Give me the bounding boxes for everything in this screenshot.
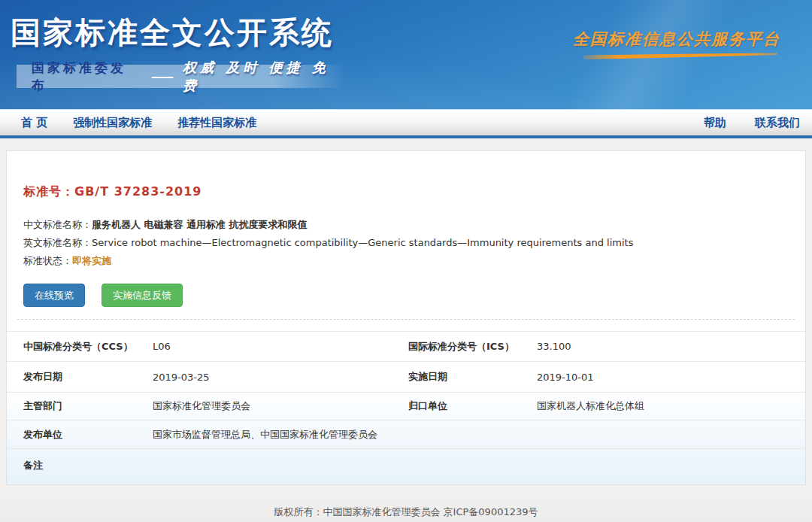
standard-fields: 中文标准名称：服务机器人 电磁兼容 通用标准 抗扰度要求和限值 英文标准名称：S…	[23, 220, 805, 266]
en-name-value: Service robot machine—Electromagnetic co…	[92, 237, 633, 248]
dashed-divider	[17, 319, 795, 320]
cn-name-label: 中文标准名称：	[23, 219, 92, 230]
en-name-label: 英文标准名称：	[23, 237, 92, 248]
publisher-text: 国家标准委发布	[32, 59, 141, 94]
ccs-label: 中国标准分类号（CCS）	[23, 340, 153, 354]
main-content: 标准号：GB/T 37283-2019 中文标准名称：服务机器人 电磁兼容 通用…	[0, 150, 812, 485]
nav-mandatory-standards[interactable]: 强制性国家标准	[73, 116, 152, 130]
table-row-classification: 中国标准分类号（CCS） L06 国际标准分类号（ICS） 33.100	[7, 331, 805, 361]
table-row-dates: 发布日期 2019-03-25 实施日期 2019-10-01	[7, 361, 805, 392]
publish-date-value: 2019-03-25	[153, 372, 408, 383]
en-name-line: 英文标准名称：Service robot machine—Electromagn…	[23, 238, 805, 247]
table-row-publisher: 发布单位 国家市场监督管理总局、中国国家标准化管理委员会	[7, 420, 805, 448]
site-logo-title[interactable]: 国家标准全文公开系统	[11, 12, 334, 53]
platform-slogan: 全国标准信息公共服务平台	[573, 29, 780, 50]
centralized-unit-label: 归口单位	[408, 399, 537, 413]
centralized-unit-value: 国家机器人标准化总体组	[537, 399, 805, 413]
implement-date-label: 实施日期	[408, 370, 537, 384]
publish-unit-label: 发布单位	[23, 428, 153, 442]
subtitle-dash: ——	[151, 69, 172, 83]
standard-number: 标准号：GB/T 37283-2019	[23, 184, 805, 200]
subtitle-slogan: 权威 及时 便捷 免费	[183, 59, 344, 95]
authority-value: 国家标准化管理委员会	[153, 399, 408, 413]
slogan-underline-swoosh	[583, 52, 777, 60]
implementation-feedback-button[interactable]: 实施信息反馈	[102, 284, 183, 307]
status-badge: 即将实施	[72, 255, 111, 266]
publish-unit-value: 国家市场监督管理总局、中国国家标准化管理委员会	[153, 428, 408, 442]
ics-label: 国际标准分类号（ICS）	[408, 340, 537, 354]
status-line: 标准状态：即将实施	[23, 256, 805, 266]
implement-date-value: 2019-10-01	[537, 372, 805, 383]
nav-contact[interactable]: 联系我们	[755, 116, 800, 130]
info-table: 中国标准分类号（CCS） L06 国际标准分类号（ICS） 33.100 发布日…	[7, 331, 805, 491]
nav-help[interactable]: 帮助	[704, 116, 726, 130]
standard-number-label: 标准号：	[23, 184, 74, 199]
header-subtitle-band: 国家标准委发布 —— 权威 及时 便捷 免费	[17, 65, 344, 88]
table-row-departments: 主管部门 国家标准化管理委员会 归口单位 国家机器人标准化总体组	[7, 392, 805, 420]
nav-recommended-standards[interactable]: 推荐性国家标准	[177, 116, 256, 130]
authority-label: 主管部门	[23, 399, 153, 413]
copyright-text: 版权所有：中国国家标准化管理委员会 京ICP备09001239号	[274, 505, 538, 519]
standard-detail-card: 标准号：GB/T 37283-2019 中文标准名称：服务机器人 电磁兼容 通用…	[6, 150, 806, 485]
ccs-value: L06	[153, 341, 408, 352]
cn-name-line: 中文标准名称：服务机器人 电磁兼容 通用标准 抗扰度要求和限值	[23, 220, 805, 229]
publish-date-label: 发布日期	[23, 370, 153, 384]
status-label: 标准状态：	[23, 255, 72, 266]
action-buttons: 在线预览 实施信息反馈	[23, 284, 805, 307]
ics-value: 33.100	[537, 341, 805, 352]
cn-name-value: 服务机器人 电磁兼容 通用标准 抗扰度要求和限值	[92, 219, 308, 230]
online-preview-button[interactable]: 在线预览	[23, 284, 85, 307]
page-footer: 版权所有：中国国家标准化管理委员会 京ICP备09001239号	[0, 485, 812, 522]
standard-number-value: GB/T 37283-2019	[74, 184, 202, 199]
remarks-label: 备注	[23, 459, 153, 472]
nav-home[interactable]: 首 页	[21, 116, 47, 130]
site-header: 国家标准全文公开系统 国家标准委发布 —— 权威 及时 便捷 免费 全国标准信息…	[0, 0, 812, 109]
main-nav: 首 页 强制性国家标准 推荐性国家标准 帮助 联系我们	[0, 109, 812, 138]
